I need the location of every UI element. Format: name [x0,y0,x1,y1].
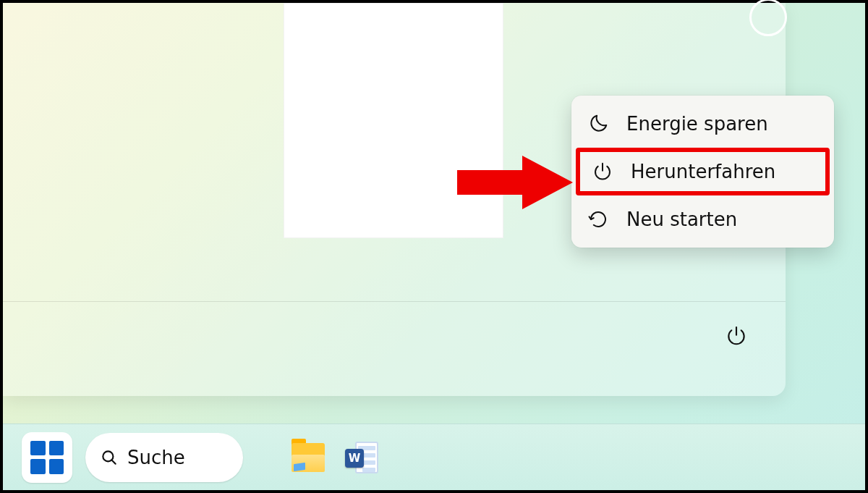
menu-item-restart[interactable]: Neu starten [576,195,830,243]
folder-icon [292,443,325,472]
word-badge-letter: W [345,449,364,468]
taskbar: Suche W [3,424,865,490]
taskbar-item-word[interactable]: W [341,437,382,478]
menu-item-label: Herunterfahren [631,161,775,182]
desktop-viewport: Energie sparen Herunterfahren Neu starte… [0,0,868,493]
decorative-ring [749,0,787,36]
menu-item-sleep[interactable]: Energie sparen [576,100,830,148]
start-menu-content-area [284,3,503,238]
taskbar-search[interactable]: Suche [85,433,243,482]
restart-icon [586,207,610,232]
start-button[interactable] [22,432,72,483]
svg-line-2 [111,460,115,463]
menu-item-label: Neu starten [626,208,737,230]
power-icon [590,159,615,184]
windows-logo-icon [30,441,64,474]
power-icon [725,324,748,347]
taskbar-item-file-explorer[interactable] [288,437,328,478]
start-menu-divider [3,301,786,302]
power-options-menu: Energie sparen Herunterfahren Neu starte… [571,96,834,248]
word-icon: W [345,442,378,473]
moon-icon [586,111,610,136]
menu-item-label: Energie sparen [626,113,768,135]
search-placeholder: Suche [127,447,185,468]
search-icon [100,448,119,467]
power-button[interactable] [723,323,749,349]
menu-item-shutdown[interactable]: Herunterfahren [576,148,830,195]
